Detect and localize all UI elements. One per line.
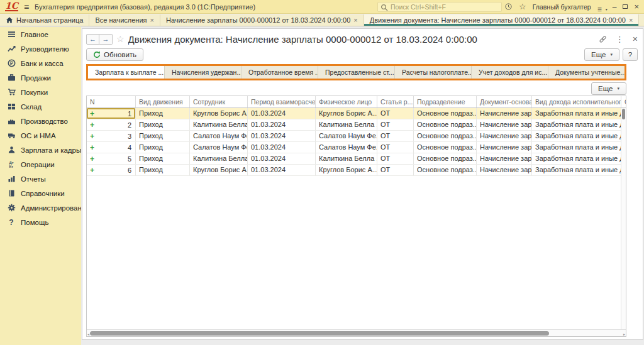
column-header[interactable]: Период взаиморасчетов (248, 96, 316, 107)
truck-icon (7, 131, 16, 140)
scroll-right-arrow[interactable]: ▸ (623, 332, 625, 336)
column-header[interactable]: Вид дохода исполнительного ... (532, 96, 621, 107)
home-icon (6, 16, 13, 24)
window-restore-button[interactable] (623, 4, 628, 9)
bar-chart-icon (7, 175, 16, 183)
table-row[interactable]: +5 Приход Калиткина Белла ... 01.03.2024… (87, 153, 626, 165)
tab-document-movements[interactable]: Движения документа: Начисление зарплаты … (364, 14, 640, 26)
form-toolbar: Обновить Еще ▾ ? (82, 45, 643, 63)
tab-label: Движения документа: Начисление зарплаты … (370, 16, 626, 24)
expand-plus-icon[interactable]: + (90, 132, 94, 141)
column-header[interactable]: Физическое лицо (316, 96, 377, 107)
global-search[interactable] (377, 2, 502, 12)
question-icon: ? (7, 218, 16, 227)
register-tab-provided-deductions[interactable]: Предоставленные ст... (318, 66, 395, 79)
column-header[interactable]: С (621, 96, 626, 107)
movements-table: N Вид движения Сотрудник Период взаимора… (86, 96, 626, 337)
tab-close-icon[interactable]: × (150, 16, 154, 24)
scroll-left-arrow[interactable]: ◂ (87, 332, 89, 336)
current-user[interactable]: Главный бухгалтер (533, 3, 591, 11)
expand-plus-icon[interactable]: + (90, 143, 94, 152)
tab-close-icon[interactable]: × (629, 16, 633, 24)
form-close-icon[interactable]: × (633, 34, 638, 44)
tab-label: Начальная страница (16, 16, 83, 24)
row-number-cell: +1 (87, 108, 136, 119)
column-header[interactable]: Вид движения (136, 96, 190, 107)
page-title: Движения документа: Начисление зарплаты … (128, 34, 477, 45)
history-icon[interactable] (504, 3, 513, 11)
sidebar-item-help[interactable]: ? Помощь (0, 215, 81, 229)
tab-close-icon[interactable]: × (353, 16, 357, 24)
service-menu-icon[interactable]: ≡ ▾ (597, 3, 606, 11)
window-minimize-button[interactable]: – (613, 3, 617, 11)
favorites-star-icon[interactable]: ☆ (519, 3, 526, 11)
main-menu-icon[interactable]: ≡ (24, 3, 29, 11)
sidebar-item-sales[interactable]: Продажи (0, 70, 81, 85)
table-row[interactable]: +2 Приход Калиткина Белла ... 01.03.2024… (87, 119, 626, 131)
expand-plus-icon[interactable]: + (90, 121, 94, 129)
titlebar: 1С ≡ Бухгалтерия предприятия (базовая), … (0, 0, 644, 14)
sidebar-item-bank-cash[interactable]: Банк и касса (0, 56, 81, 70)
get-link-icon[interactable] (599, 35, 607, 43)
horizontal-scrollbar-thumb[interactable] (90, 331, 549, 336)
sections-sidebar: Главное Руководителю Банк и касса Продаж… (0, 27, 81, 345)
horizontal-scrollbar[interactable]: ◂ ▸ (87, 329, 626, 336)
register-tab-taxpayer-calculations[interactable]: Расчеты налогоплате... (395, 66, 472, 79)
sidebar-item-reports[interactable]: Отчеты (0, 172, 81, 186)
1c-logo: 1С (5, 2, 18, 11)
sidebar-item-purchases[interactable]: Покупки (0, 85, 81, 99)
sidebar-item-warehouse[interactable]: Склад (0, 99, 81, 114)
expand-plus-icon[interactable]: + (90, 166, 94, 175)
table-row[interactable]: +3 Приход Салатов Наум Фе... 01.03.2024 … (87, 131, 626, 142)
tab-payroll-document[interactable]: Начисление зарплаты 0000-000012 от 18.03… (160, 14, 364, 26)
register-tab-accruals-deductions[interactable]: Начисления удержан... (165, 66, 242, 79)
table-row[interactable]: +4 Приход Салатов Наум Фе... 01.03.2024 … (87, 142, 626, 153)
boxes-grid-icon (7, 102, 16, 111)
forward-button[interactable]: → (99, 34, 113, 45)
row-number-cell: +4 (87, 142, 136, 153)
table-header-row: N Вид движения Сотрудник Период взаимора… (87, 96, 626, 108)
more-button-top[interactable]: Еще ▾ (584, 48, 619, 61)
expand-plus-icon[interactable]: + (90, 155, 94, 163)
search-input[interactable] (391, 3, 500, 11)
tab-home[interactable]: Начальная страница (0, 14, 89, 26)
tab-all-accruals[interactable]: Все начисления × (89, 14, 160, 26)
sidebar-item-fixed-assets[interactable]: ОС и НМА (0, 128, 81, 143)
sidebar-item-operations[interactable]: ДтКт Операции (0, 157, 81, 172)
column-header[interactable]: Подразделение (414, 96, 477, 107)
vertical-scrollbar-thumb[interactable] (622, 109, 625, 119)
register-tab-worked-time[interactable]: Отработанное время ... (242, 66, 318, 79)
column-header[interactable]: Документ-основа... (477, 96, 532, 107)
expand-plus-icon[interactable]: + (90, 109, 94, 118)
window-close-button[interactable]: × (634, 3, 639, 11)
more-dots-icon[interactable]: ⋮ (616, 35, 624, 44)
vertical-scrollbar[interactable] (621, 108, 626, 329)
sidebar-item-directories[interactable]: Справочники (0, 186, 81, 200)
register-tab-income-accounting[interactable]: Учет доходов для ис... (472, 66, 548, 79)
sidebar-item-payroll-hr[interactable]: Зарплата и кадры (0, 143, 81, 157)
book-icon (7, 189, 16, 197)
help-button[interactable]: ? (623, 48, 638, 61)
table-row[interactable]: +1 Приход Круглов Борис А... 01.03.2024 … (87, 108, 626, 119)
column-header[interactable]: Сотрудник (190, 96, 248, 107)
menu-lines-icon (7, 30, 16, 38)
sidebar-item-manager[interactable]: Руководителю (0, 41, 81, 56)
register-tab-salary-payable[interactable]: Зарплата к выплате ... (88, 66, 165, 79)
row-number-cell: +5 (87, 153, 136, 164)
more-button-table[interactable]: Еще ▾ (591, 82, 626, 95)
app-title: Бухгалтерия предприятия (базовая), редак… (35, 3, 255, 11)
register-tabs-highlighted: Зарплата к выплате ... Начисления удержа… (86, 64, 626, 80)
register-tab-accounted-documents[interactable]: Документы учтенные... (548, 66, 625, 79)
table-row[interactable]: +6 Приход Круглов Борис А... 01.03.2024 … (87, 165, 626, 176)
trend-chart-icon (7, 45, 16, 53)
column-header[interactable]: Статья р... (377, 96, 414, 107)
column-header[interactable]: N (87, 96, 136, 107)
coin-icon (7, 59, 16, 67)
add-favorite-star-icon[interactable]: ☆ (116, 34, 125, 44)
refresh-button[interactable]: Обновить (86, 48, 143, 61)
back-button[interactable]: ← (86, 34, 99, 45)
sidebar-item-main[interactable]: Главное (0, 27, 81, 41)
sidebar-item-administration[interactable]: Администрирование (0, 200, 81, 215)
sidebar-item-production[interactable]: Производство (0, 114, 81, 128)
document-movements-form: ← → ☆ Движения документа: Начисление зар… (82, 28, 643, 340)
